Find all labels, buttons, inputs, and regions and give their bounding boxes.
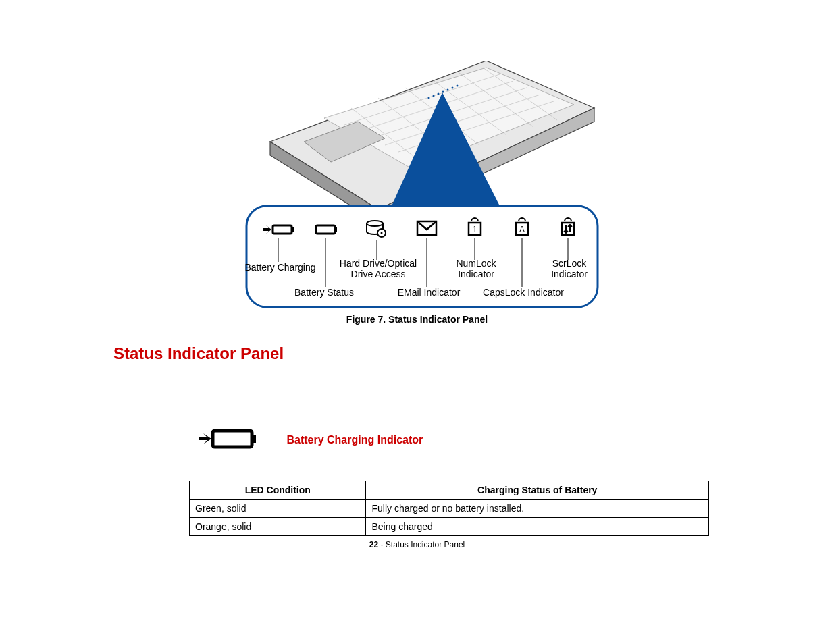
table-cell: Being charged (366, 518, 709, 536)
svg-rect-50 (252, 435, 256, 443)
callout-numlock: NumLock Indicator (446, 258, 506, 279)
svg-point-21 (452, 87, 454, 89)
svg-point-16 (428, 97, 430, 99)
svg-point-20 (447, 89, 449, 91)
led-condition-table: LED Condition Charging Status of Battery… (189, 481, 709, 536)
table-cell: Green, solid (190, 500, 366, 518)
svg-point-32 (381, 232, 383, 234)
table-header-led: LED Condition (190, 481, 366, 500)
svg-point-17 (433, 95, 435, 97)
svg-point-19 (442, 91, 444, 93)
status-indicator-diagram: 1 A (243, 61, 601, 317)
table-header-status: Charging Status of Battery (366, 481, 709, 500)
section-title: Status Indicator Panel (113, 344, 284, 363)
figure-caption: Figure 7. Status Indicator Panel (0, 314, 834, 325)
svg-rect-29 (335, 227, 337, 232)
svg-point-18 (438, 93, 440, 95)
callout-email: EMail Indicator (388, 287, 469, 298)
table-row: Green, solid Fully charged or no battery… (190, 500, 709, 518)
callout-battery-status: Battery Status (284, 287, 365, 298)
footer-sep: - (378, 540, 386, 549)
table-header-row: LED Condition Charging Status of Battery (190, 481, 709, 500)
footer-label: Status Indicator Panel (386, 540, 465, 549)
page-footer: 22 - Status Indicator Panel (0, 540, 834, 549)
callout-capslock: CapsLock Indicator (476, 287, 571, 298)
svg-marker-48 (199, 433, 211, 444)
page: 1 A (0, 0, 834, 644)
svg-rect-49 (213, 431, 252, 447)
svg-point-22 (457, 85, 459, 87)
subsection-title: Battery Charging Indicator (286, 434, 423, 446)
svg-text:1: 1 (473, 225, 477, 234)
table-row: Orange, solid Being charged (190, 518, 709, 536)
callout-battery-charging: Battery Charging (240, 262, 321, 273)
callout-scrlock: ScrLock Indicator (539, 258, 600, 279)
battery-charging-large-icon (199, 425, 260, 455)
svg-text:A: A (519, 225, 525, 234)
callout-hard-drive: Hard Drive/Optical Drive Access (334, 258, 422, 279)
table-cell: Fully charged or no battery installed. (366, 500, 709, 518)
svg-rect-27 (292, 227, 294, 232)
subsection-battery-charging: Battery Charging Indicator (199, 425, 423, 455)
page-number: 22 (369, 540, 378, 549)
table-cell: Orange, solid (190, 518, 366, 536)
